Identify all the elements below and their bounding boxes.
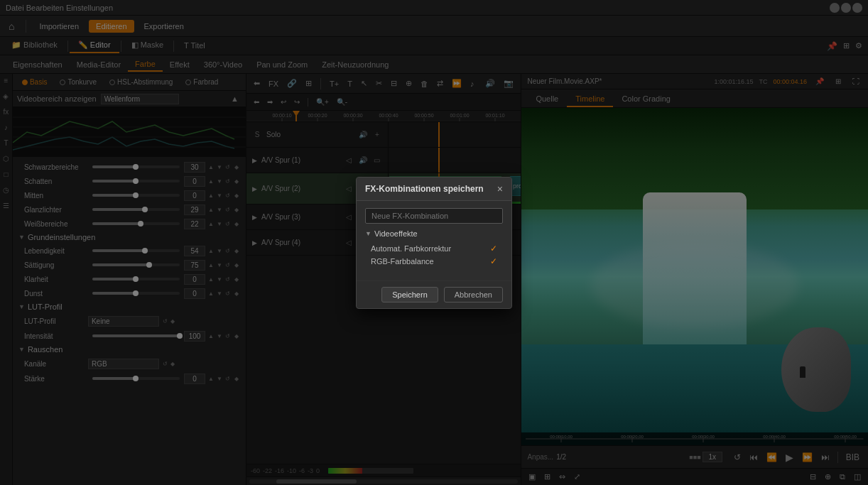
modal-title-text: FX-Kombinationen speichern [365,184,484,194]
modal-body: ▼ Videoeffekte Automat. Farbkorrektur ✓ … [357,201,511,280]
effect-1-check-icon: ✓ [490,244,497,254]
modal-dialog: FX-Kombinationen speichern × ▼ Videoeffe… [356,177,512,309]
effect-2-check-icon: ✓ [490,256,497,266]
modal-overlay[interactable]: FX-Kombinationen speichern × ▼ Videoeffe… [0,0,868,485]
effects-header[interactable]: ▼ Videoeffekte [365,229,503,238]
effect-1-label: Automat. Farbkorrektur [371,244,451,253]
effects-arrow-icon: ▼ [365,230,371,237]
effect-item-1: Automat. Farbkorrektur ✓ [365,242,503,255]
modal-name-input[interactable] [365,208,503,224]
modal-cancel-button[interactable]: Abbrechen [444,287,503,303]
modal-save-button[interactable]: Speichern [381,287,438,303]
effect-item-2: RGB-Farbbalance ✓ [365,255,503,268]
effect-2-label: RGB-Farbbalance [371,257,434,266]
effects-header-label: Videoeffekte [374,229,418,238]
modal-footer: Speichern Abbrechen [357,280,511,308]
modal-header: FX-Kombinationen speichern × [357,178,511,201]
modal-effects-section: ▼ Videoeffekte Automat. Farbkorrektur ✓ … [365,229,503,268]
modal-close-button[interactable]: × [497,183,503,195]
